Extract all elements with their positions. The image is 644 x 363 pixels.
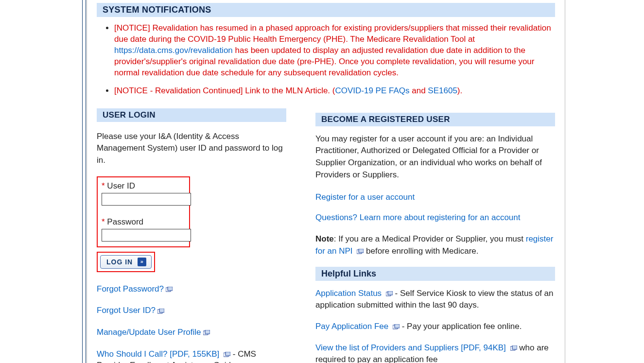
note-label: Note bbox=[315, 234, 334, 243]
login-description: Please use your I&A (Identity & Access M… bbox=[97, 131, 286, 167]
password-label-text: Password bbox=[107, 217, 143, 226]
login-arrow-icon: » bbox=[138, 258, 146, 266]
forgot-user-id-link[interactable]: Forgot User ID? bbox=[97, 306, 156, 315]
covid-faqs-link[interactable]: COVID-19 PE FAQs bbox=[335, 86, 409, 95]
login-button-highlight: LOG IN » bbox=[97, 252, 155, 272]
external-link-icon bbox=[157, 309, 164, 314]
notice-text: [NOTICE] Revalidation has resumed in a p… bbox=[114, 23, 551, 44]
helpful-links: Application Status - Self Service Kiosk … bbox=[315, 288, 555, 363]
paren-close: ). bbox=[457, 86, 462, 95]
questions-register-link[interactable]: Questions? Learn more about registering … bbox=[315, 213, 520, 222]
svg-rect-11 bbox=[388, 291, 393, 295]
svg-rect-1 bbox=[168, 287, 173, 291]
become-registered-heading: BECOME A REGISTERED USER bbox=[315, 113, 555, 126]
password-label: * Password bbox=[102, 217, 185, 227]
notice-text: [NOTICE - Revalidation Continued] Link t… bbox=[114, 86, 332, 95]
content-frame: SYSTEM NOTIFICATIONS [NOTICE] Revalidati… bbox=[87, 0, 565, 363]
login-button[interactable]: LOG IN » bbox=[100, 255, 152, 269]
manage-profile-link[interactable]: Manage/Update User Profile bbox=[97, 328, 201, 337]
note-after: before enrolling with Medicare. bbox=[364, 246, 478, 256]
se1605-link[interactable]: SE1605 bbox=[428, 86, 457, 95]
svg-rect-9 bbox=[359, 249, 364, 253]
pay-application-fee-link[interactable]: Pay Application Fee bbox=[315, 322, 388, 331]
notice-item-mln: [NOTICE - Revalidation Continued] Link t… bbox=[114, 86, 555, 97]
note-row: Note: If you are a Medical Provider or S… bbox=[315, 233, 555, 257]
external-link-icon bbox=[166, 287, 173, 292]
external-link-icon bbox=[203, 330, 210, 335]
user-id-label: * User ID bbox=[102, 181, 185, 191]
user-id-label-text: User ID bbox=[107, 181, 135, 190]
login-button-label: LOG IN bbox=[106, 258, 133, 266]
svg-rect-5 bbox=[205, 330, 210, 334]
login-links: Forgot Password? Forgot User ID? Manage/… bbox=[97, 284, 286, 363]
svg-rect-15 bbox=[512, 346, 517, 349]
page-left-border bbox=[82, 0, 86, 363]
register-account-link[interactable]: Register for a user account bbox=[315, 192, 415, 202]
revalidation-tool-link[interactable]: https://data.cms.gov/revalidation bbox=[114, 46, 233, 55]
external-link-icon bbox=[510, 346, 517, 351]
system-notifications-heading: SYSTEM NOTIFICATIONS bbox=[97, 3, 555, 17]
application-status-link[interactable]: Application Status bbox=[315, 289, 382, 298]
view-providers-list-link[interactable]: View the list of Providers and Suppliers… bbox=[315, 343, 506, 352]
external-link-icon bbox=[357, 249, 364, 254]
notice-item-revalidation: [NOTICE] Revalidation has resumed in a p… bbox=[114, 23, 555, 79]
login-form-box: * User ID * Password bbox=[97, 176, 190, 247]
svg-rect-13 bbox=[395, 324, 400, 328]
user-id-input[interactable] bbox=[102, 193, 191, 206]
svg-rect-7 bbox=[226, 352, 230, 356]
helpful-links-heading: Helpful Links bbox=[315, 267, 555, 281]
external-link-icon bbox=[386, 291, 393, 296]
note-text: : If you are a Medical Provider or Suppl… bbox=[334, 234, 526, 243]
external-link-icon bbox=[393, 324, 400, 329]
external-link-icon bbox=[224, 352, 230, 357]
password-input[interactable] bbox=[102, 229, 191, 242]
and-text: and bbox=[410, 86, 428, 95]
register-intro: You may register for a user account if y… bbox=[315, 133, 555, 181]
forgot-password-link[interactable]: Forgot Password? bbox=[97, 284, 164, 294]
notices-list: [NOTICE] Revalidation has resumed in a p… bbox=[97, 23, 555, 97]
pay-fee-desc: - Pay your application fee online. bbox=[400, 322, 522, 331]
svg-rect-3 bbox=[159, 309, 164, 312]
who-should-i-call-link[interactable]: Who Should I Call? [PDF, 155KB] bbox=[97, 349, 219, 359]
user-login-heading: USER LOGIN bbox=[97, 108, 286, 122]
